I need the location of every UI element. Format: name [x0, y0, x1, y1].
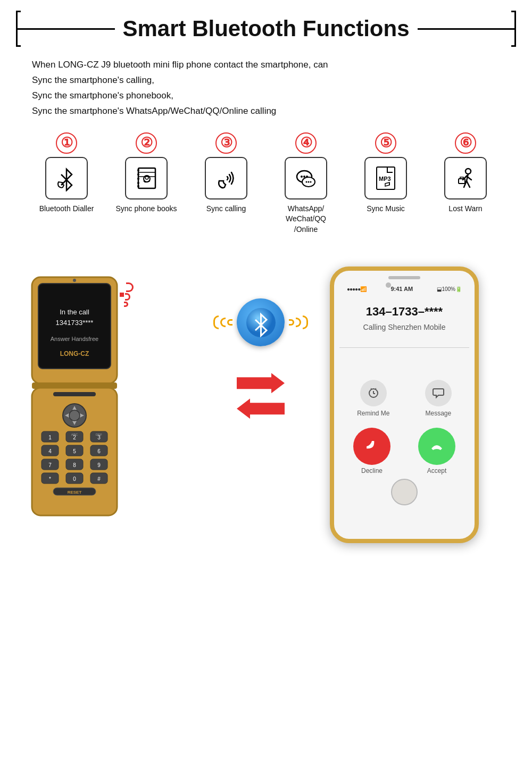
bt-with-signals: [213, 293, 308, 352]
feature-label-1: Bluetooth Dialler: [39, 204, 94, 214]
svg-text:8: 8: [73, 462, 76, 468]
remind-icon: [360, 380, 387, 406]
feature-label-5: Sync Music: [367, 204, 405, 214]
page-wrapper: Smart Bluetooth Functions When LONG-CZ J…: [0, 0, 532, 554]
feature-item-6: ⑥ Lost W: [428, 132, 503, 214]
feature-number-1: ①: [56, 132, 77, 154]
battery-icon: 🔋: [455, 286, 462, 292]
message-btn[interactable]: Message: [425, 380, 452, 417]
bt-status: ⬓: [437, 286, 442, 292]
svg-point-73: [73, 279, 76, 282]
signal-yellow-left: [213, 315, 232, 329]
svg-text:#: #: [97, 476, 101, 482]
svg-text:DEF: DEF: [96, 433, 102, 436]
call-screen: 134–1733–**** Calling Shenzhen Mobile: [334, 305, 475, 474]
svg-point-10: [137, 182, 139, 184]
accept-label: Accept: [427, 467, 447, 474]
svg-rect-38: [53, 392, 96, 396]
svg-point-11: [137, 185, 139, 187]
status-bar: ●●●●● 📶 9:41 AM ⬓ 100% 🔋: [340, 282, 468, 294]
feature-label-2: Sync phone books: [115, 204, 177, 214]
feature-icon-synccall: [205, 157, 247, 199]
svg-text:6: 6: [97, 448, 101, 454]
home-button[interactable]: [391, 479, 418, 505]
arrow-left: [237, 398, 285, 419]
svg-line-26: [467, 181, 470, 187]
feature-item-3: ③ Sync calling: [189, 132, 263, 214]
svg-text:1341733****: 1341733****: [56, 319, 94, 327]
svg-point-18: [308, 181, 310, 182]
calling-status: Calling Shenzhen Mobile: [339, 323, 469, 331]
signal-indicator: ●●●●●: [347, 286, 360, 292]
header-line-left: [16, 28, 115, 30]
accept-wrapper: Accept: [418, 428, 455, 474]
feature-item-5: ⑤ MP3 Sync Music: [348, 132, 423, 214]
message-icon: [425, 380, 452, 406]
feature-icon-mp3: MP3: [364, 157, 407, 199]
remind-me-btn[interactable]: Remind Me: [357, 380, 389, 417]
flip-phone-svg: In the call 1341733**** Answer Handsfree…: [21, 272, 128, 527]
signal-waves-red: [120, 282, 134, 307]
feature-number-3: ③: [215, 132, 237, 154]
phone-number: 134–1733–****: [339, 305, 469, 319]
feature-item-1: ① Bluetooth Dialler: [29, 132, 104, 214]
svg-text:ABC: ABC: [71, 433, 78, 436]
svg-point-8: [137, 173, 139, 176]
svg-text:1: 1: [48, 435, 52, 440]
svg-line-0: [61, 174, 66, 180]
feature-icon-phonebook: [125, 157, 168, 199]
feature-icon-bluetooth: [45, 157, 88, 199]
svg-text:Answer   Handsfree: Answer Handsfree: [51, 336, 99, 342]
feature-label-4: WhatsApp/ WeChat/QQ /Online: [286, 204, 326, 235]
svg-text:5: 5: [73, 448, 76, 454]
svg-text:MP3: MP3: [379, 176, 391, 182]
desc-line3: Sync the smartphone's phonebook,: [32, 88, 500, 104]
battery-display: 100%: [442, 286, 455, 292]
smartphone: ●●●●● 📶 9:41 AM ⬓ 100% 🔋 134–1733–**** C…: [330, 267, 479, 543]
bluetooth-sphere: [237, 298, 285, 346]
call-buttons: Decline Accept: [339, 428, 469, 474]
feature-item-2: ②: [109, 132, 184, 214]
svg-point-17: [306, 181, 307, 182]
accept-btn[interactable]: [418, 428, 455, 465]
svg-text:0: 0: [73, 476, 76, 482]
feature-number-4: ④: [295, 132, 317, 154]
svg-text:LONG-CZ: LONG-CZ: [60, 350, 89, 357]
decline-label: Decline: [361, 467, 383, 474]
smartphone-top: ●●●●● 📶 9:41 AM ⬓ 100% 🔋: [334, 271, 475, 294]
arrow-right: [237, 373, 285, 393]
svg-rect-2: [138, 168, 155, 188]
flip-phone-area: In the call 1341733**** Answer Handsfree…: [21, 251, 192, 529]
header-line: Smart Bluetooth Functions: [16, 16, 516, 41]
header-line-right: [418, 28, 517, 30]
arrows-area: [237, 373, 285, 419]
svg-point-9: [137, 178, 139, 180]
desc-line4: Sync the smartphone's WhatsApp/WeChat/QQ…: [32, 104, 500, 119]
signal-yellow-right: [289, 315, 308, 329]
svg-text:7: 7: [48, 462, 52, 468]
action-buttons: Remind Me Message: [339, 380, 469, 417]
svg-point-23: [466, 169, 471, 174]
feature-number-2: ②: [136, 132, 157, 154]
wifi-icon: 📶: [360, 286, 367, 292]
message-label: Message: [425, 410, 451, 417]
speaker: [388, 276, 420, 279]
description-section: When LONG-CZ J9 bluetooth mini flip phon…: [32, 57, 500, 119]
svg-text:*: *: [49, 476, 51, 482]
smartphone-area: ●●●●● 📶 9:41 AM ⬓ 100% 🔋 134–1733–**** C…: [330, 251, 511, 543]
decline-wrapper: Decline: [353, 428, 390, 474]
bottom-section: In the call 1341733**** Answer Handsfree…: [16, 251, 516, 543]
header-section: Smart Bluetooth Functions: [16, 11, 516, 47]
desc-line1: When LONG-CZ J9 bluetooth mini flip phon…: [32, 57, 500, 73]
feature-number-5: ⑤: [375, 132, 396, 154]
svg-text:In the call: In the call: [60, 308, 89, 316]
middle-area: [202, 251, 319, 419]
feature-label-6: Lost Warn: [448, 204, 482, 214]
feature-icon-lostwarn: [444, 157, 487, 199]
svg-point-13: [301, 176, 303, 178]
features-row: ① Bluetooth Dialler ②: [21, 132, 511, 235]
svg-point-7: [137, 169, 139, 171]
feature-number-6: ⑥: [455, 132, 476, 154]
decline-btn[interactable]: [353, 428, 390, 465]
feature-item-4: ④ WhatsApp/ WeChat/QQ /Online: [269, 132, 343, 235]
